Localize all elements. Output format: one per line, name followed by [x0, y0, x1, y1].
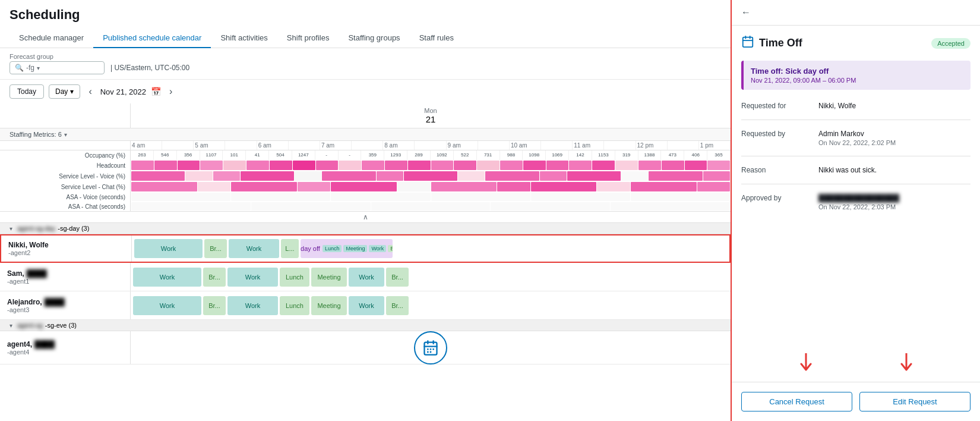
tab-published-schedule[interactable]: Published schedule calendar: [93, 29, 211, 48]
block-break-sam-1[interactable]: Br...: [203, 268, 226, 287]
forecast-label: Forecast group: [10, 53, 188, 60]
agent-name-alejandro-blurred: ████: [45, 298, 65, 306]
asachat-label: ASA - Chat (seconds): [0, 202, 131, 211]
hc-cell: [569, 161, 592, 170]
slc-cell: [331, 182, 397, 191]
asa-cell: [331, 193, 430, 201]
cancel-request-button[interactable]: Cancel Request: [741, 392, 852, 411]
block-work-sam-1[interactable]: Work: [133, 268, 201, 287]
hc-cell: [293, 161, 315, 170]
agent-row-sam: Sam, ████ -agent1 Work Br... Work Lunch …: [0, 263, 731, 291]
time-1pm: 1 pm: [699, 141, 731, 150]
dropdown-arrow-icon[interactable]: ▾: [37, 65, 40, 71]
hc-cell: [662, 161, 684, 170]
timezone-label: | US/Eastern, UTC-05:00: [110, 64, 189, 72]
tab-staffing-groups[interactable]: Staffing groups: [339, 29, 409, 48]
agent4-row-wrapper: agent4, ████ -agent4: [0, 331, 731, 365]
block-break-1[interactable]: Br...: [204, 239, 227, 258]
detail-sub-requested-by: On Nov 22, 2022, 2:02 PM: [818, 139, 896, 146]
asac-cell: [371, 202, 491, 211]
agent-id-sam: -agent1: [7, 278, 123, 285]
occ-2: 546: [154, 150, 177, 160]
group-name-blurred: agent-sg-day: [17, 225, 55, 232]
edit-request-button[interactable]: Edit Request: [859, 392, 970, 411]
hc-cell: [500, 161, 523, 170]
block-sickoff-1[interactable]: Sick day off Lunch Meeting Work Break: [301, 239, 393, 258]
block-work-alej-3[interactable]: Work: [349, 296, 384, 315]
calendar-title-icon: [741, 35, 754, 51]
time-header-row: 4 am 5 am 6 am 7 am 8 am 9 am 10 am 11 a…: [0, 141, 731, 150]
block-work-alej-1[interactable]: Work: [133, 296, 201, 315]
block-work-2[interactable]: Work: [229, 239, 279, 258]
agent-group-sg-eve[interactable]: ▾ agent-sg -sg-eve (3): [0, 320, 731, 331]
calendar-picker-icon[interactable]: 📅: [151, 87, 161, 96]
agent-id-nikki: -agent2: [8, 249, 124, 256]
forecast-search[interactable]: 🔍 -fg ▾: [10, 61, 105, 74]
next-arrow[interactable]: ›: [166, 85, 176, 98]
slc-cell: [198, 182, 230, 191]
hc-cell: [246, 161, 269, 170]
hc-cell: [362, 161, 384, 170]
event-time: Nov 21, 2022, 09:00 AM – 06:00 PM: [751, 77, 963, 84]
agent-name-sam-blurred: ████: [27, 269, 47, 278]
detail-value-approved-by: ████████████████: [818, 194, 899, 202]
page-title: Scheduling: [10, 7, 721, 23]
tab-staff-rules[interactable]: Staff rules: [410, 29, 463, 48]
asavoice-label: ASA - Voice (seconds): [0, 192, 131, 202]
occ-25: 406: [684, 150, 707, 160]
slc-cell: [631, 182, 697, 191]
calendar-float-area[interactable]: [402, 319, 459, 376]
occ-15: 522: [454, 150, 477, 160]
tab-schedule-manager[interactable]: Schedule manager: [10, 29, 93, 48]
panel-title: Time Off: [741, 35, 802, 51]
asa-cell: [431, 193, 530, 201]
side-panel: ← Time Off Accepted Time off: Sick day o: [731, 0, 980, 421]
block-lunch-alej-1[interactable]: Lunch: [280, 296, 309, 315]
metrics-occupancy-row: Occupancy (%) 263 546 356 1107 101 41 50…: [0, 150, 731, 160]
slc-cell: [697, 182, 730, 191]
tab-shift-activities[interactable]: Shift activities: [211, 29, 277, 48]
panel-content: Time Off Accepted Time off: Sick day off…: [732, 26, 980, 344]
back-button[interactable]: ←: [741, 7, 751, 18]
panel-title-text: Time Off: [759, 37, 802, 49]
prev-arrow[interactable]: ‹: [85, 85, 95, 98]
time-9am: 9 am: [447, 141, 478, 150]
today-button[interactable]: Today: [10, 84, 44, 99]
view-select[interactable]: Day ▾: [49, 84, 80, 99]
agent-id-alejandro: -agent3: [7, 306, 123, 313]
occ-17: 988: [500, 150, 523, 160]
block-lunch-1[interactable]: L...: [281, 239, 299, 258]
block-work-alej-2[interactable]: Work: [227, 296, 278, 315]
block-break-alej-2[interactable]: Br...: [386, 296, 409, 315]
block-break-alej-1[interactable]: Br...: [203, 296, 226, 315]
view-label: Day: [55, 87, 68, 96]
block-meeting-sam-1[interactable]: Meeting: [311, 268, 347, 287]
agent-group-sg-day[interactable]: ▾ agent-sg-day -sg-day (3): [0, 223, 731, 234]
occ-7: 504: [269, 150, 292, 160]
slc-cell: [597, 182, 630, 191]
slv-cell: [485, 171, 539, 181]
time-gap1: [162, 141, 194, 150]
hc-cell: [223, 161, 246, 170]
agent-row-alejandro: Alejandro, ████ -agent3 Work Br... Work …: [0, 291, 731, 320]
block-lunch-sam-1[interactable]: Lunch: [280, 268, 309, 287]
tab-shift-profiles[interactable]: Shift profiles: [277, 29, 339, 48]
slvoice-label: Service Level - Voice (%): [0, 171, 131, 181]
occ-23: 1388: [638, 150, 662, 160]
occ-4: 1107: [200, 150, 223, 160]
agent-schedule-alejandro: Work Br... Work Lunch Meeting Work Br...: [131, 291, 731, 319]
block-work-sam-2[interactable]: Work: [227, 268, 278, 287]
slv-cell: [377, 171, 403, 181]
asachat-data: [131, 202, 731, 211]
hc-cell: [592, 161, 615, 170]
agent-row-agent4: agent4, ████ -agent4: [0, 331, 731, 365]
block-break-sam-2[interactable]: Br...: [386, 268, 409, 287]
metrics-toggle[interactable]: ▾: [64, 131, 67, 138]
hc-cell: [408, 161, 431, 170]
time-gap8: [604, 141, 636, 150]
block-work-sam-3[interactable]: Work: [349, 268, 384, 287]
block-meeting-alej-1[interactable]: Meeting: [311, 296, 347, 315]
calendar-float-icon[interactable]: [414, 331, 447, 365]
metrics-collapse[interactable]: ∧: [0, 211, 731, 222]
block-work-1[interactable]: Work: [134, 239, 203, 258]
